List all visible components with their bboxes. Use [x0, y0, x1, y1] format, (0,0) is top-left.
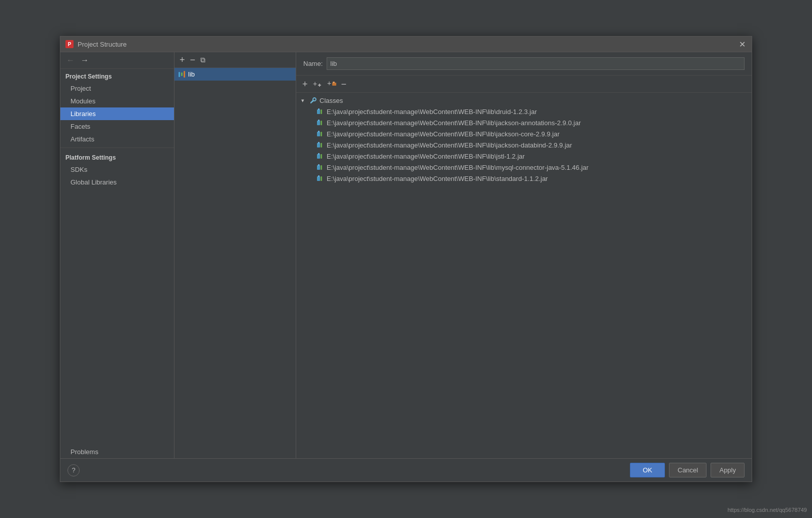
name-label: Name: — [303, 60, 323, 67]
svg-rect-19 — [321, 154, 322, 159]
sidebar-item-libraries[interactable]: Libraries — [60, 107, 174, 120]
svg-rect-16 — [321, 143, 322, 147]
classes-children: E:\java\project\student-manage\WebConten… — [296, 106, 752, 184]
classes-expand-icon[interactable]: ▾ — [301, 97, 307, 104]
platform-settings-header: Platform Settings — [60, 150, 174, 163]
dialog-title: Project Structure — [78, 41, 127, 48]
jar-entry-label: E:\java\project\student-manage\WebConten… — [327, 130, 559, 138]
tree-entry[interactable]: E:\java\project\student-manage\WebConten… — [311, 139, 752, 151]
svg-rect-21 — [318, 164, 320, 166]
svg-rect-25 — [321, 176, 322, 181]
name-input[interactable] — [327, 57, 745, 70]
sidebar-item-sdks[interactable]: SDKs — [60, 163, 174, 176]
sidebar: ← → Project Settings Project Modules Lib… — [60, 52, 174, 458]
title-bar: P Project Structure ✕ — [60, 36, 752, 52]
sidebar-nav-buttons: ← → — [60, 52, 174, 69]
sidebar-item-facets[interactable]: Facets — [60, 120, 174, 133]
jar-entry-label: E:\java\project\student-manage\WebConten… — [327, 164, 588, 171]
help-button[interactable]: ? — [67, 464, 80, 476]
svg-rect-15 — [318, 142, 320, 143]
project-structure-dialog: P Project Structure ✕ ← → Project Settin… — [60, 36, 752, 482]
library-item-lib[interactable]: lib — [174, 68, 296, 81]
classes-icon — [309, 96, 317, 104]
remove-entry-button[interactable]: − — [340, 80, 348, 89]
middle-panel: + − ⧉ lib — [174, 52, 296, 458]
svg-rect-5 — [317, 109, 320, 114]
library-list: lib — [174, 68, 296, 458]
tree-entry[interactable]: E:\java\project\student-manage\WebConten… — [311, 128, 752, 139]
jar-file-icon — [316, 152, 325, 160]
right-panel: Name: + + + — [296, 52, 752, 458]
jar-entry-label: E:\java\project\student-manage\WebConten… — [327, 175, 548, 182]
add-entry-button[interactable]: + — [301, 80, 309, 89]
sidebar-item-global-libraries[interactable]: Global Libraries — [60, 176, 174, 189]
app-icon: P — [65, 40, 74, 48]
dialog-body: ← → Project Settings Project Modules Lib… — [60, 52, 752, 458]
sidebar-item-modules[interactable]: Modules — [60, 95, 174, 107]
svg-rect-23 — [317, 176, 320, 181]
sidebar-item-problems[interactable]: Problems — [60, 446, 174, 458]
tree-entry[interactable]: E:\java\project\student-manage\WebConten… — [311, 162, 752, 173]
cancel-button[interactable]: Cancel — [669, 463, 707, 477]
jar-file-icon — [316, 107, 325, 116]
tree-entry[interactable]: E:\java\project\student-manage\WebConten… — [311, 173, 752, 184]
tree-entry[interactable]: E:\java\project\student-manage\WebConten… — [311, 117, 752, 128]
jar-entry-label: E:\java\project\student-manage\WebConten… — [327, 141, 572, 149]
svg-rect-7 — [321, 109, 322, 114]
jar-entry-label: E:\java\project\student-manage\WebConten… — [327, 119, 581, 127]
classes-svg-icon — [309, 96, 317, 104]
watermark: https://blog.csdn.net/qq5678749 — [727, 507, 807, 513]
svg-rect-13 — [321, 132, 322, 136]
svg-rect-8 — [317, 121, 320, 125]
svg-rect-10 — [321, 121, 322, 125]
classes-label: Classes — [320, 97, 343, 104]
remove-library-button[interactable]: − — [189, 55, 197, 64]
add-jar-icon: + — [327, 79, 336, 88]
ok-button[interactable]: OK — [630, 463, 665, 477]
library-icon — [179, 71, 185, 78]
back-button[interactable]: ← — [64, 55, 77, 65]
svg-rect-11 — [317, 132, 320, 136]
title-bar-left: P Project Structure — [65, 40, 127, 48]
svg-rect-22 — [321, 165, 322, 170]
close-button[interactable]: ✕ — [737, 40, 747, 49]
svg-rect-17 — [317, 154, 320, 159]
svg-rect-12 — [318, 131, 320, 132]
jar-file-icon — [316, 174, 325, 182]
sidebar-divider — [60, 147, 174, 148]
sidebar-item-project[interactable]: Project — [60, 82, 174, 95]
svg-rect-24 — [318, 175, 320, 177]
svg-rect-14 — [317, 143, 320, 147]
svg-text:+: + — [327, 79, 331, 87]
right-toolbar: + + + − — [296, 76, 752, 93]
svg-rect-4 — [333, 82, 335, 83]
forward-button[interactable]: → — [79, 55, 91, 65]
action-buttons: OK Cancel Apply — [630, 463, 745, 477]
svg-rect-6 — [318, 108, 320, 110]
copy-library-button[interactable]: ⧉ — [199, 56, 206, 63]
add-library-button[interactable]: + — [179, 55, 186, 64]
svg-rect-20 — [317, 165, 320, 170]
add-config-button[interactable]: + — [312, 79, 323, 89]
svg-text:+: + — [313, 80, 317, 88]
name-row: Name: — [296, 52, 752, 76]
sidebar-item-artifacts[interactable]: Artifacts — [60, 133, 174, 145]
jar-file-icon — [316, 130, 325, 138]
jar-entry-label: E:\java\project\student-manage\WebConten… — [327, 153, 525, 160]
tree-entry[interactable]: E:\java\project\student-manage\WebConten… — [311, 151, 752, 162]
jar-entry-label: E:\java\project\student-manage\WebConten… — [327, 108, 537, 116]
tree-entry[interactable]: E:\java\project\student-manage\WebConten… — [311, 106, 752, 117]
svg-rect-18 — [318, 153, 320, 155]
apply-button[interactable]: Apply — [711, 463, 745, 477]
svg-rect-9 — [318, 120, 320, 121]
add-config-icon: + — [313, 79, 322, 88]
middle-toolbar: + − ⧉ — [174, 52, 296, 68]
project-settings-header: Project Settings — [60, 69, 174, 82]
jar-file-icon — [316, 141, 325, 149]
classes-tree-node[interactable]: ▾ Classes — [296, 95, 752, 106]
jar-file-icon — [316, 119, 325, 127]
add-jar-button[interactable]: + — [326, 79, 337, 89]
tree-area: ▾ Classes E:\java\project\student-manage… — [296, 93, 752, 458]
jar-file-icon — [316, 163, 325, 171]
bottom-bar: ? OK Cancel Apply — [60, 458, 752, 482]
